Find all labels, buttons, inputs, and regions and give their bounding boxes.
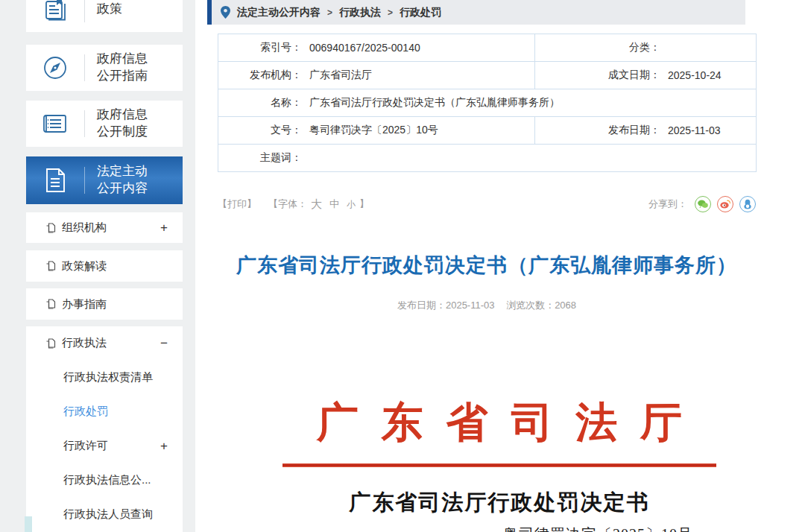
qq-share-icon[interactable] [739,196,756,212]
font-size-large-button[interactable]: 大 [311,197,322,212]
page-icon [45,223,56,233]
doc-number-value: 粤司律罚决字〔2025〕10号 [302,124,438,137]
font-size-prefix: 【字体： [268,197,307,211]
table-row: 名称： 广东省司法厅行政处罚决定书（广东弘胤律师事务所） [218,89,757,117]
table-row: 索引号： 006940167/2025-00140 分类： [218,34,757,62]
expand-plus-icon[interactable]: + [160,221,168,235]
next-card-edge [25,516,32,532]
sidebar-item-service-guide[interactable]: 办事指南 [26,288,183,320]
location-pin-icon [221,6,230,19]
sidebar-item-label: 行政执法 [62,336,107,350]
page-icon [45,261,56,271]
article-publish-date: 发布日期：2025-11-03 [397,300,495,311]
sidebar-item-legal-disclosure-active[interactable]: 法定主动 公开内容 [26,156,183,204]
policy-doc-icon [26,0,84,22]
article-view-count: 浏览次数：2068 [506,300,576,311]
sidebar-item-organizations[interactable]: 组织机构 + [26,212,183,243]
index-number-label: 索引号： [218,41,302,54]
table-row: 文号： 粤司律罚决字〔2025〕10号 发布日期： 2025-11-03 [218,117,757,145]
breadcrumb-link-penalty[interactable]: 行政处罚 [400,6,441,19]
sidebar-item-enforcement-info-disclosure[interactable]: 行政执法信息公... [26,463,183,498]
breadcrumb-separator: > [327,7,332,18]
document-title: 广东省司法厅行政处罚决定书 [246,488,753,518]
issuing-agency-value: 广东省司法厅 [302,69,372,82]
collapse-minus-icon[interactable]: − [160,336,168,351]
page-toolbar: 【打印】 【字体： 大 中 小 】 分享到： [218,195,756,213]
sidebar-item-policy-interpretation[interactable]: 政策解读 [26,250,183,282]
sidebar-item-label: 政府信息 公开制度 [85,107,148,141]
breadcrumb: 法定主动公开内容 > 行政执法 > 行政处罚 [207,0,745,25]
sidebar-item-info-system[interactable]: 政府信息 公开制度 [26,101,183,147]
page-title: 广东省司法厅行政处罚决定书（广东弘胤律师事务所） [218,252,756,279]
keywords-label: 主题词： [218,151,302,165]
sidebar-item-label: 政策解读 [62,259,107,273]
font-size-medium-button[interactable]: 中 [329,197,339,211]
article-meta: 发布日期：2025-11-03 浏览次数：2068 [218,299,756,312]
ledger-icon [26,111,84,136]
breadcrumb-separator: > [388,7,393,18]
written-date-value: 2025-10-24 [660,69,722,81]
scanned-document: 广东省司法厅 广东省司法厅行政处罚决定书 粤司律罚决字〔2025〕10号 [246,373,753,532]
document-icon [26,167,84,194]
font-size-suffix: 】 [359,197,369,211]
doc-number-label: 文号： [218,124,302,137]
compass-icon [26,54,84,81]
title-label: 名称： [218,96,302,110]
breadcrumb-link-legal-disclosure[interactable]: 法定主动公开内容 [237,6,321,19]
publish-date-label: 发布日期： [535,124,660,137]
publish-date-value: 2025-11-03 [660,124,721,136]
sidebar-item-label: 组织机构 [62,221,107,235]
document-reference-number: 粤司律罚决字〔2025〕10号 [246,525,753,532]
expand-plus-icon[interactable]: + [160,439,168,454]
sidebar-item-administrative-penalty-active[interactable]: 行政处罚 [26,394,183,428]
sidebar-item-enforcement[interactable]: 行政执法 − [26,326,183,360]
share-label: 分享到： [648,197,687,211]
sidebar-item-label: 政府信息 公开指南 [85,51,148,85]
sidebar-item-label: 法定主动 公开内容 [85,163,148,197]
index-number-value: 006940167/2025-00140 [302,42,420,54]
weibo-share-icon[interactable] [717,196,733,212]
sidebar-group-enforcement: 行政执法 − 行政执法权责清单 行政处罚 行政许可 + 行政执法信息公... 行… [26,326,183,532]
print-button[interactable]: 【打印】 [218,197,256,211]
sidebar-item-label: 办事指南 [62,297,107,311]
font-size-controls: 【字体： 大 中 小 】 [268,197,369,212]
sidebar-item-label: 政策 [85,1,122,18]
document-metadata-table: 索引号： 006940167/2025-00140 分类： 发布机构： 广东省司… [218,34,757,172]
category-label: 分类： [535,41,660,54]
sidebar-item-enforcement-duty-list[interactable]: 行政执法权责清单 [26,360,183,394]
wechat-share-icon[interactable] [695,196,711,212]
title-value: 广东省司法厅行政处罚决定书（广东弘胤律师事务所） [302,96,560,110]
table-row: 发布机构： 广东省司法厅 成文日期： 2025-10-24 [218,62,757,89]
page-icon [45,338,56,349]
letterhead-agency-name: 广东省司法厅 [246,395,753,452]
font-size-small-button[interactable]: 小 [347,198,356,211]
breadcrumb-link-enforcement[interactable]: 行政执法 [339,6,381,19]
letterhead-red-rule [282,463,716,467]
main-content-panel: 法定主动公开内容 > 行政执法 > 行政处罚 索引号： 006940167/20… [195,0,805,532]
written-date-label: 成文日期： [535,69,660,82]
sidebar-item-enforcement-personnel-query[interactable]: 行政执法人员查询 [26,498,183,532]
issuing-agency-label: 发布机构： [218,69,302,82]
page-icon [45,299,56,309]
sidebar-item-info-guide[interactable]: 政府信息 公开指南 [26,45,183,91]
table-row: 主题词： [218,145,757,172]
sidebar-item-administrative-license[interactable]: 行政许可 + [26,428,183,463]
sidebar-item-policy[interactable]: 政策 [26,0,183,32]
share-group: 分享到： [648,196,756,212]
